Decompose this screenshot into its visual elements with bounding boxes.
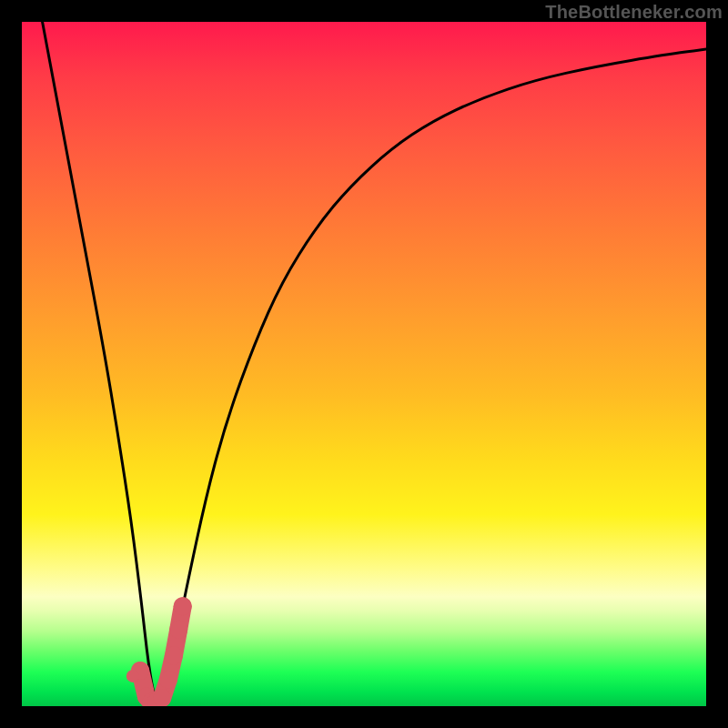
bottleneck-curve [43,22,706,702]
curve-layer [22,22,706,706]
highlight-bead [159,671,177,689]
plot-area [22,22,706,706]
highlight-bead [174,597,192,615]
highlight-bead [169,621,187,639]
highlight-bead [165,646,183,664]
highlight-isolated-dot [126,670,139,682]
watermark-text: TheBottleneker.com [545,2,723,23]
